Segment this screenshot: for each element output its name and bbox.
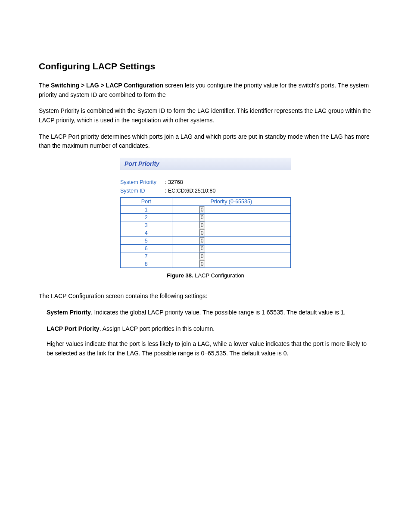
setting-1-label: System Priority	[47, 309, 91, 316]
system-priority-value: 32768	[168, 179, 183, 185]
priority-input[interactable]: 0	[199, 252, 205, 260]
system-id-row: System ID: EC:CD:6D:25:10:80	[120, 188, 291, 194]
table-row: 7 0	[121, 252, 291, 260]
priority-cell: 0	[172, 206, 290, 214]
intro-paragraph-1: The Switching > LAG > LACP Configuration…	[39, 81, 372, 100]
figure-caption: Figure 38. LACP Configuration	[39, 272, 372, 279]
port-cell: 7	[121, 252, 172, 260]
priority-input[interactable]: 0	[199, 206, 205, 213]
port-cell: 6	[121, 245, 172, 252]
table-row: 1 0	[121, 206, 291, 214]
table-row: 8 0	[121, 260, 291, 268]
system-id-label: System ID	[120, 188, 165, 194]
colon: :	[165, 179, 168, 185]
setting-2: LACP Port Priority. Assign LACP port pri…	[47, 324, 372, 358]
intro-paragraph-3: The LACP Port priority determines which …	[39, 132, 372, 151]
port-cell: 5	[121, 237, 172, 245]
colon: :	[165, 188, 168, 194]
port-cell: 8	[121, 260, 172, 268]
intro-text-1: The	[39, 82, 51, 89]
priority-cell: 0	[172, 252, 290, 260]
figure-caption-text: LACP Configuration	[195, 272, 244, 279]
priority-input[interactable]: 0	[199, 221, 205, 229]
figure-label: Figure 38.	[167, 272, 195, 279]
col-header-priority: Priority (0-65535)	[172, 198, 290, 206]
priority-cell: 0	[172, 221, 290, 229]
port-priority-table: Port Priority (0-65535) 1 0 2 0 3 0	[120, 197, 291, 268]
port-cell: 3	[121, 221, 172, 229]
intro-paragraph-2: System Priority is combined with the Sys…	[39, 106, 372, 125]
system-priority-label: System Priority	[120, 179, 165, 185]
priority-input[interactable]: 0	[199, 214, 205, 221]
col-header-port: Port	[121, 198, 172, 206]
priority-cell: 0	[172, 214, 290, 221]
table-row: 4 0	[121, 229, 291, 237]
setting-2-label: LACP Port Priority	[47, 325, 100, 332]
port-priority-panel: Port Priority System Priority: 32768 Sys…	[120, 158, 291, 268]
priority-cell: 0	[172, 245, 290, 252]
priority-input[interactable]: 0	[199, 260, 205, 268]
setting-2-text-c: . The default value is 0.	[226, 350, 289, 357]
panel-title: Port Priority	[120, 158, 291, 170]
port-cell: 2	[121, 214, 172, 221]
priority-cell: 0	[172, 237, 290, 245]
priority-input[interactable]: 0	[199, 237, 205, 244]
page-header-rule	[39, 17, 372, 48]
port-cell: 1	[121, 206, 172, 214]
settings-intro: The LACP Configuration screen contains t…	[39, 292, 372, 301]
system-id-value: EC:CD:6D:25:10:80	[168, 188, 215, 194]
priority-input[interactable]: 0	[199, 245, 205, 252]
setting-1: System Priority. Indicates the global LA…	[47, 308, 372, 317]
setting-2-range: 0–65,535	[201, 350, 226, 357]
setting-1-text: . Indicates the global LACP priority val…	[91, 309, 346, 316]
priority-cell: 0	[172, 229, 290, 237]
table-row: 5 0	[121, 237, 291, 245]
screen-path: Switching > LAG > LACP Configuration	[51, 82, 163, 89]
panel-meta: System Priority: 32768 System ID: EC:CD:…	[120, 179, 291, 194]
system-priority-row: System Priority: 32768	[120, 179, 291, 185]
page-title: Configuring LACP Settings	[39, 61, 372, 72]
setting-2-text-a: . Assign LACP port priorities in this co…	[100, 325, 215, 332]
table-row: 3 0	[121, 221, 291, 229]
table-row: 6 0	[121, 245, 291, 252]
table-row: 2 0	[121, 214, 291, 221]
port-cell: 4	[121, 229, 172, 237]
priority-cell: 0	[172, 260, 290, 268]
priority-input[interactable]: 0	[199, 229, 205, 236]
